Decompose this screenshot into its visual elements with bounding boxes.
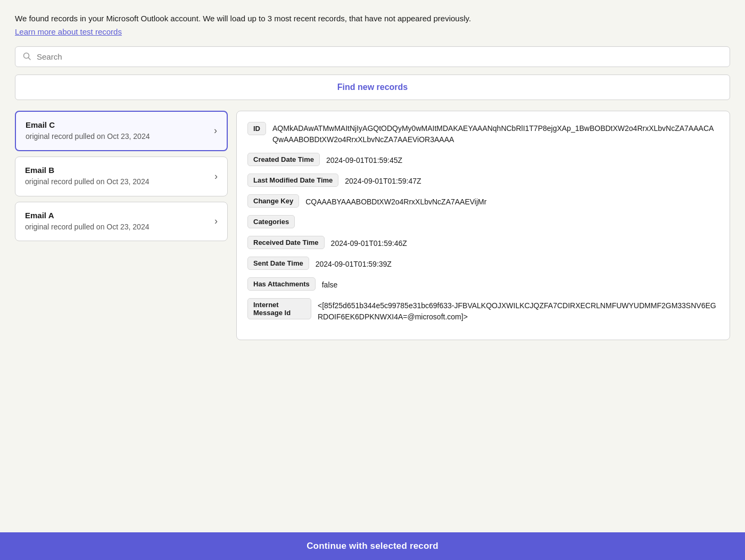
detail-label-sent: Sent Date Time [247, 257, 309, 270]
search-icon [23, 52, 31, 61]
detail-row-last-modified: Last Modified Date Time 2024-09-01T01:59… [247, 174, 719, 187]
detail-label-created: Created Date Time [247, 153, 320, 166]
record-subtitle-email-a: original record pulled on Oct 23, 2024 [25, 222, 210, 233]
detail-value-id: AQMkADAwATMwMAItNjIyAGQtODQyMy0wMAItMDAK… [272, 121, 719, 145]
detail-label-internet-message-id: Internet Message Id [247, 298, 311, 319]
svg-line-1 [29, 58, 31, 60]
detail-label-change-key: Change Key [247, 194, 299, 208]
content-area: Email C original record pulled on Oct 23… [15, 111, 730, 340]
search-input[interactable] [37, 52, 722, 61]
detail-row-id: ID AQMkADAwATMwMAItNjIyAGQtODQyMy0wMAItM… [247, 121, 719, 145]
record-subtitle-email-c: original record pulled on Oct 23, 2024 [26, 131, 210, 142]
find-records-button[interactable]: Find new records [15, 75, 730, 100]
detail-value-created: 2024-09-01T01:59:45Z [326, 153, 402, 166]
continue-button[interactable]: Continue with selected record [307, 541, 438, 551]
record-subtitle-email-b: original record pulled on Oct 23, 2024 [25, 177, 210, 187]
detail-row-received: Received Date Time 2024-09-01T01:59:46Z [247, 236, 719, 249]
detail-label-last-modified: Last Modified Date Time [247, 174, 338, 187]
chevron-right-icon-email-c: › [214, 125, 217, 136]
record-title-email-c: Email C [26, 120, 210, 129]
detail-label-received: Received Date Time [247, 236, 325, 249]
detail-value-last-modified: 2024-09-01T01:59:47Z [345, 174, 421, 187]
search-bar [15, 46, 730, 67]
record-title-email-b: Email B [25, 166, 210, 175]
detail-row-categories: Categories [247, 215, 719, 228]
record-title-email-a: Email A [25, 211, 210, 220]
record-card-email-a[interactable]: Email A original record pulled on Oct 23… [15, 202, 228, 242]
detail-value-change-key: CQAAABYAAABOBDtXW2o4RrxXLbvNcZA7AAEVijMr [305, 194, 486, 208]
detail-row-sent: Sent Date Time 2024-09-01T01:59:39Z [247, 257, 719, 270]
detail-value-internet-message-id: <[85f25d651b344e5c99785e31bc69f633-JFBVA… [318, 298, 719, 323]
detail-row-change-key: Change Key CQAAABYAAABOBDtXW2o4RrxXLbvNc… [247, 194, 719, 208]
learn-more-link[interactable]: Learn more about test records [15, 27, 122, 36]
detail-row-has-attachments: Has Attachments false [247, 277, 719, 291]
detail-label-has-attachments: Has Attachments [247, 277, 316, 291]
chevron-right-icon-email-a: › [214, 216, 218, 227]
detail-label-id: ID [247, 122, 266, 135]
record-card-email-c[interactable]: Email C original record pulled on Oct 23… [15, 111, 228, 152]
detail-value-sent: 2024-09-01T01:59:39Z [316, 257, 392, 270]
detail-row-created: Created Date Time 2024-09-01T01:59:45Z [247, 153, 719, 166]
chevron-right-icon-email-b: › [214, 171, 218, 182]
detail-panel: ID AQMkADAwATMwMAItNjIyAGQtODQyMy0wMAItM… [236, 111, 730, 340]
record-list: Email C original record pulled on Oct 23… [15, 111, 228, 340]
info-text: We found records in your Microsoft Outlo… [15, 13, 730, 25]
record-card-email-b[interactable]: Email B original record pulled on Oct 23… [15, 157, 228, 196]
detail-row-internet-message-id: Internet Message Id <[85f25d651b344e5c99… [247, 298, 719, 323]
detail-value-received: 2024-09-01T01:59:46Z [331, 236, 407, 249]
detail-value-has-attachments: false [322, 277, 338, 291]
detail-label-categories: Categories [247, 215, 295, 228]
main-container: We found records in your Microsoft Outlo… [0, 0, 745, 560]
footer-bar: Continue with selected record [0, 532, 745, 560]
